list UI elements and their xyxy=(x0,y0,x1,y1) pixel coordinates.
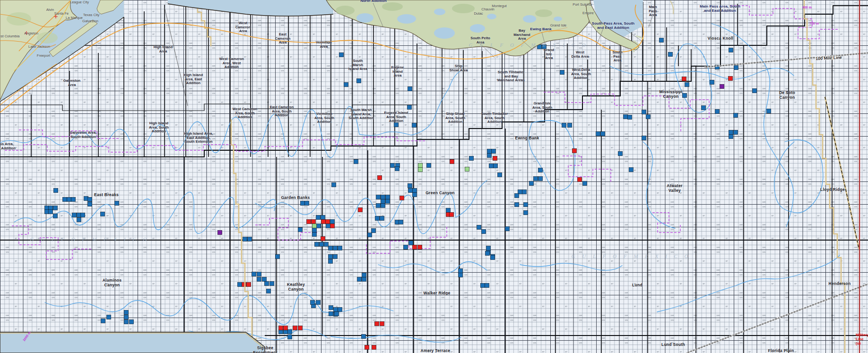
lease-block-blue[interactable] xyxy=(329,305,333,310)
lease-block-blue[interactable] xyxy=(275,254,279,258)
lease-block-blue[interactable] xyxy=(237,282,242,286)
lease-block-red[interactable] xyxy=(412,245,417,249)
lease-block-blue[interactable] xyxy=(312,228,316,232)
lease-block-red[interactable] xyxy=(321,219,325,224)
lease-block-blue[interactable] xyxy=(106,315,111,319)
lease-block-red[interactable] xyxy=(311,219,315,224)
lease-block-blue[interactable] xyxy=(489,164,493,168)
lease-block-blue[interactable] xyxy=(321,215,325,219)
lease-block-blue[interactable] xyxy=(766,109,771,113)
lease-block-blue[interactable] xyxy=(408,86,412,91)
lease-block-blue[interactable] xyxy=(77,217,81,222)
lease-block-blue[interactable] xyxy=(48,209,52,214)
lease-block-blue[interactable] xyxy=(333,307,338,311)
lease-block-blue[interactable] xyxy=(682,93,686,97)
lease-block-blue[interactable] xyxy=(129,319,133,324)
lease-block-green[interactable] xyxy=(418,163,422,167)
lease-block-blue[interactable] xyxy=(338,307,342,311)
lease-block-blue[interactable] xyxy=(646,114,650,119)
lease-block-blue[interactable] xyxy=(538,176,542,181)
lease-block-blue[interactable] xyxy=(326,224,330,228)
lease-block-red[interactable] xyxy=(330,224,334,228)
lease-block-blue[interactable] xyxy=(395,166,399,171)
lease-block-blue[interactable] xyxy=(390,163,394,167)
lease-block-blue[interactable] xyxy=(304,201,309,205)
lease-block-blue[interactable] xyxy=(385,199,390,203)
lease-block-blue[interactable] xyxy=(53,188,58,192)
lease-block-blue[interactable] xyxy=(480,283,485,287)
lease-block-blue[interactable] xyxy=(399,220,403,224)
lease-block-blue[interactable] xyxy=(357,277,361,281)
lease-block-blue[interactable] xyxy=(458,273,462,277)
lease-block-blue[interactable] xyxy=(100,212,104,216)
lease-block-red[interactable] xyxy=(380,321,384,326)
lease-block-red[interactable] xyxy=(358,207,362,212)
lease-block-blue[interactable] xyxy=(310,300,314,304)
lease-block-blue[interactable] xyxy=(333,254,337,258)
lease-block-blue[interactable] xyxy=(80,213,85,217)
lease-block-blue[interactable] xyxy=(701,105,705,110)
lease-block-blue[interactable] xyxy=(394,122,398,127)
lease-block-blue[interactable] xyxy=(362,273,366,277)
lease-block-blue[interactable] xyxy=(715,109,719,113)
lease-block-red[interactable] xyxy=(293,326,297,330)
lease-block-blue[interactable] xyxy=(381,199,385,203)
lease-block-blue[interactable] xyxy=(618,151,622,155)
lease-block-blue[interactable] xyxy=(514,193,519,198)
lease-block-red[interactable] xyxy=(278,326,283,330)
lease-block-blue[interactable] xyxy=(314,242,319,246)
lease-block-blue[interactable] xyxy=(287,335,292,339)
lease-block-blue[interactable] xyxy=(53,214,57,218)
lease-block-red[interactable] xyxy=(246,282,251,286)
lease-block-blue[interactable] xyxy=(312,232,316,236)
lease-block-red[interactable] xyxy=(372,345,376,349)
lease-block-blue[interactable] xyxy=(376,203,380,207)
lease-block-red[interactable] xyxy=(374,321,379,326)
lease-block-blue[interactable] xyxy=(319,242,323,246)
lease-block-green[interactable] xyxy=(465,167,469,171)
lease-block-purple[interactable] xyxy=(217,230,222,234)
lease-block-blue[interactable] xyxy=(124,315,128,319)
lease-block-blue[interactable] xyxy=(408,183,412,188)
lease-block-blue[interactable] xyxy=(333,246,337,250)
lease-block-blue[interactable] xyxy=(734,65,738,69)
lease-block-blue[interactable] xyxy=(252,272,256,276)
lease-block-blue[interactable] xyxy=(328,259,332,263)
lease-block-blue[interactable] xyxy=(362,277,366,281)
lease-block-blue[interactable] xyxy=(114,201,119,205)
lease-block-blue[interactable] xyxy=(356,78,361,83)
lease-block-blue[interactable] xyxy=(469,156,473,160)
lease-block-green[interactable] xyxy=(418,167,422,172)
lease-block-blue[interactable] xyxy=(264,281,269,285)
lease-block-blue[interactable] xyxy=(752,88,756,93)
lease-block-blue[interactable] xyxy=(486,246,490,250)
lease-block-blue[interactable] xyxy=(53,206,57,210)
lease-block-blue[interactable] xyxy=(67,197,71,201)
lease-block-blue[interactable] xyxy=(412,192,417,197)
lease-block-blue[interactable] xyxy=(381,195,385,199)
lease-block-blue[interactable] xyxy=(247,237,252,241)
lease-block-blue[interactable] xyxy=(668,52,672,56)
lease-block-green[interactable] xyxy=(312,224,316,228)
lease-block-blue[interactable] xyxy=(514,202,519,207)
lease-block-blue[interactable] xyxy=(533,176,538,181)
lease-block-blue[interactable] xyxy=(627,115,632,119)
lease-block-blue[interactable] xyxy=(446,208,450,212)
lease-block-red[interactable] xyxy=(306,219,311,224)
lease-block-blue[interactable] xyxy=(596,131,600,136)
lease-block-blue[interactable] xyxy=(629,167,633,172)
lease-block-blue[interactable] xyxy=(287,329,292,334)
lease-block-red[interactable] xyxy=(577,177,582,181)
lease-block-blue[interactable] xyxy=(316,215,320,219)
lease-block-red[interactable] xyxy=(449,212,453,216)
lease-block-blue[interactable] xyxy=(124,310,128,314)
lease-block-blue[interactable] xyxy=(485,251,489,255)
lease-block-blue[interactable] xyxy=(710,80,714,84)
lease-block-blue[interactable] xyxy=(497,172,502,177)
lease-block-blue[interactable] xyxy=(733,130,738,134)
lease-block-blue[interactable] xyxy=(562,123,566,127)
lease-block-blue[interactable] xyxy=(729,130,733,134)
lease-block-blue[interactable] xyxy=(487,153,491,157)
lease-block-red[interactable] xyxy=(572,148,576,153)
lease-block-blue[interactable] xyxy=(257,277,261,281)
